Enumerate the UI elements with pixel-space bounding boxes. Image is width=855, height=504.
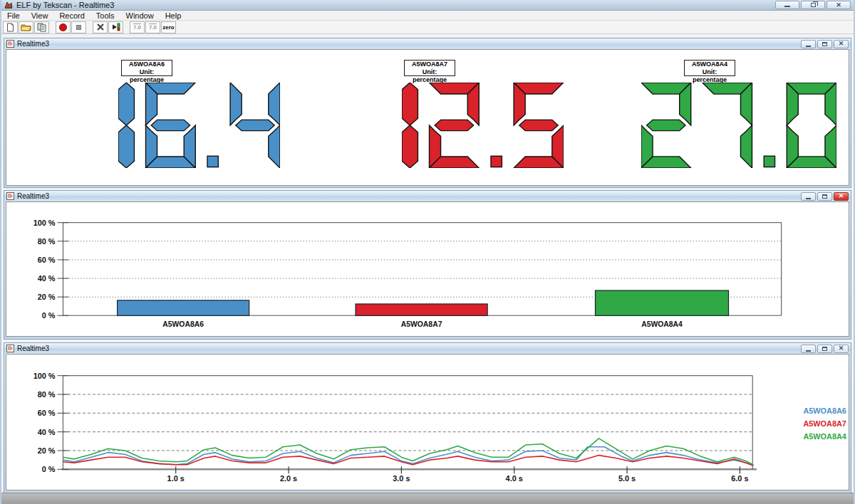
document-icon [6,40,14,48]
toolbar-tare-1-button[interactable]: 7.0 [130,21,145,33]
minimize-icon [806,350,811,352]
bar-close-button[interactable]: ✕ [834,192,849,201]
sensor-label-A5WOA8A6: A5WOA8A6 Unit: percentage [121,60,172,76]
line-maximize-button[interactable] [817,345,832,353]
seven-segment-display-green [641,83,836,168]
bar-panel-content: 100 %80 %60 %40 %20 %0 %A5WOA8A6A5WOA8A7… [6,201,849,337]
bar-maximize-button[interactable] [817,192,832,201]
line-window-title: Realtime3 [17,345,49,352]
close-icon: ✕ [839,345,844,352]
sensor-label-A5WOA8A4: A5WOA8A4 Unit: percentage [684,60,735,76]
toolbar-zero-button[interactable]: zero [161,21,176,33]
app-icon [4,1,13,9]
sensor-unit: Unit: percentage [405,68,455,84]
document-icon [6,345,14,352]
line-panel-content: 100 %80 %60 %40 %20 %0 %1.0 s2.0 s3.0 s4… [6,354,849,490]
digits-window-title: Realtime3 [17,40,49,48]
menu-item-file[interactable]: File [1,11,26,21]
svg-text:80 %: 80 % [38,390,56,399]
svg-text:60 %: 60 % [38,409,56,417]
digits-minimize-button[interactable] [801,40,816,48]
svg-text:2.0 s: 2.0 s [280,474,297,483]
stop-square-icon [75,23,83,31]
digits-close-button[interactable]: ✕ [834,40,849,48]
close-icon: ✕ [836,2,841,9]
svg-text:40 %: 40 % [38,428,56,436]
folder-icon [21,23,31,31]
toolbar-open-file-button[interactable] [19,21,33,33]
menu-item-help[interactable]: Help [160,11,187,21]
maximize-icon [822,42,827,46]
menu-bar: FileViewRecordToolsWindowHelp [1,11,854,21]
close-icon: ✕ [839,41,844,47]
menu-item-window[interactable]: Window [120,11,160,21]
svg-text:100 %: 100 % [33,219,56,227]
bar-window-titlebar[interactable]: Realtime3 ✕ [4,191,851,201]
sensor-id: A5WOA8A6 [122,61,172,68]
seven-segment-display-red [402,83,564,168]
toolbar-stop-button[interactable] [71,21,86,33]
copy-pages-icon [37,23,47,32]
toolbar-marker-button[interactable] [93,21,108,33]
toolbar-tare-2-button[interactable]: 7.0 [145,21,160,33]
line-close-button[interactable]: ✕ [834,345,849,353]
legend-entry-A5WOA8A7: A5WOA8A7 [803,419,846,428]
toolbar-record-button[interactable] [56,21,71,33]
svg-text:3.0 s: 3.0 s [393,474,410,483]
svg-text:6.0 s: 6.0 s [731,474,748,483]
svg-text:0 %: 0 % [42,311,56,320]
minimize-icon [784,6,790,7]
maximize-icon [822,194,827,199]
svg-text:1.0 s: 1.0 s [167,474,185,483]
sensor-unit: Unit: percentage [685,68,735,84]
svg-text:20 %: 20 % [38,293,56,301]
minimize-icon [806,46,811,47]
svg-text:A5WOA8A4: A5WOA8A4 [641,320,683,328]
title-bar[interactable]: ELF by Tekscan - Realtime3 ✕ [1,0,854,11]
bar-window-title: Realtime3 [17,192,49,200]
menu-item-record[interactable]: Record [53,11,90,21]
toolbar-zero-label: zero [162,24,174,31]
menu-item-tools[interactable]: Tools [90,11,120,21]
restore-button[interactable] [801,1,825,9]
sensor-unit: Unit: percentage [122,68,172,84]
svg-text:A5WOA8A7: A5WOA8A7 [401,320,442,328]
toolbar: 7.07.0zero [1,21,854,34]
realtime-digits-window: Realtime3 ✕ A5WOA8A6 Unit: percentage A5… [4,38,851,188]
svg-text:40 %: 40 % [38,274,56,283]
restore-icon [811,3,816,7]
svg-text:4.0 s: 4.0 s [506,474,523,483]
legend-entry-A5WOA8A6: A5WOA8A6 [803,406,846,415]
minimize-button[interactable] [775,1,799,9]
main-window: ELF by Tekscan - Realtime3 ✕ FileViewRec… [0,0,855,504]
realtime-line-window: Realtime3 ✕ 100 %80 %60 %40 %20 %0 %1.0 … [4,342,851,493]
toolbar-copy-button[interactable] [34,21,49,33]
svg-text:5.0 s: 5.0 s [618,474,636,483]
toolbar-new-file-button[interactable] [3,21,18,33]
svg-text:20 %: 20 % [38,446,56,455]
digits-window-titlebar[interactable]: Realtime3 ✕ [4,38,851,49]
digits-maximize-button[interactable] [817,40,832,48]
line-chart: 100 %80 %60 %40 %20 %0 %1.0 s2.0 s3.0 s4… [6,355,849,490]
calibration-bar-icon [111,23,120,31]
x-marker-icon [96,23,105,31]
window-title: ELF by Tekscan - Realtime3 [16,1,114,9]
maximize-icon [822,347,827,351]
close-button[interactable]: ✕ [826,1,851,9]
sensor-label-A5WOA8A7: A5WOA8A7 Unit: percentage [404,60,455,76]
digits-panel-content: A5WOA8A6 Unit: percentage A5WOA8A7 Unit:… [6,49,849,186]
svg-text:0 %: 0 % [42,465,56,473]
menu-item-view[interactable]: View [26,11,54,21]
realtime-bar-window: Realtime3 ✕ 100 %80 %60 %40 %20 %0 %A5WO… [4,190,851,340]
record-dot-icon [58,23,68,32]
svg-text:60 %: 60 % [38,256,56,264]
minimize-icon [806,198,811,199]
bar-minimize-button[interactable] [801,192,816,201]
page-icon [6,23,15,32]
svg-text:A5WOA8A6: A5WOA8A6 [162,320,204,328]
line-window-titlebar[interactable]: Realtime3 ✕ [4,343,851,354]
seven-segment-display-blue [118,83,280,168]
toolbar-tare-1-label: 7.0 [133,24,141,31]
line-minimize-button[interactable] [801,345,816,353]
toolbar-calibrate-button[interactable] [108,21,123,33]
